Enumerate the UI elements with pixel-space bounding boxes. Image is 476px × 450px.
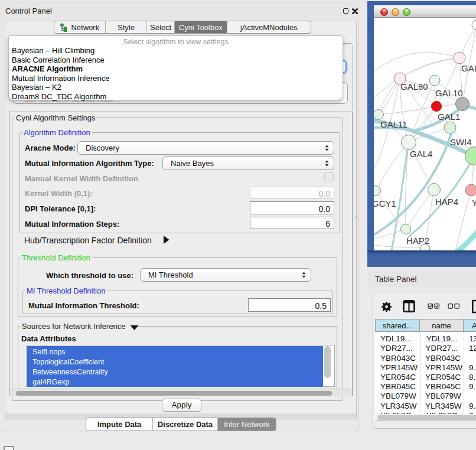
svg-text:GAL4: GAL4 xyxy=(410,149,432,159)
svg-text:SWI4: SWI4 xyxy=(450,137,472,147)
svg-text:GAL10: GAL10 xyxy=(435,88,463,98)
svg-text:HAP4: HAP4 xyxy=(435,197,458,207)
svg-text:Y: Y xyxy=(472,198,476,208)
svg-text:GAL1: GAL1 xyxy=(438,112,460,122)
svg-text:GAL7: GAL7 xyxy=(461,63,476,73)
svg-text:GAL11: GAL11 xyxy=(380,119,407,129)
svg-text:GCY1: GCY1 xyxy=(374,198,396,208)
svg-text:GAL80: GAL80 xyxy=(400,81,428,92)
svg-text:HAP2: HAP2 xyxy=(406,236,429,246)
